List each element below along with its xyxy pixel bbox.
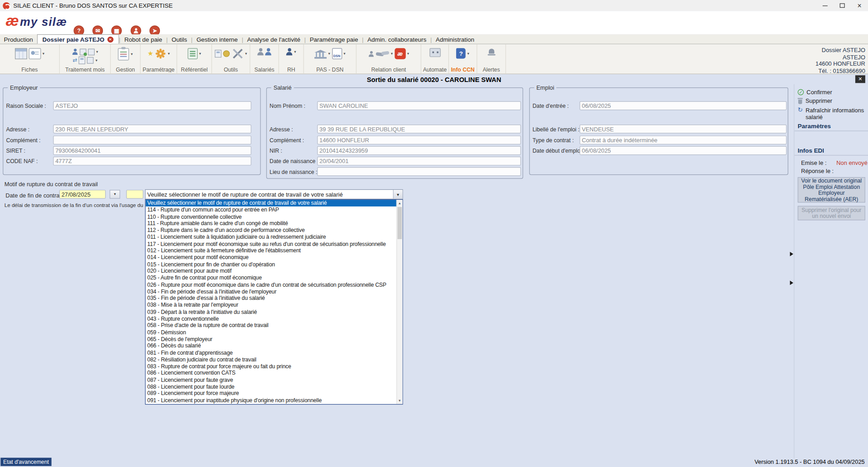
bank-icon[interactable]	[314, 49, 327, 59]
dropdown-option[interactable]: 082 - Résiliation judiciaire du contrat …	[145, 356, 396, 363]
dropdown-option[interactable]: 039 - Départ à la retraite à l'initiativ…	[145, 309, 396, 316]
transfer-icon[interactable]: ⇄	[72, 57, 77, 64]
scroll-up-icon[interactable]: ▲	[397, 200, 402, 207]
collapse-arrow[interactable]	[790, 252, 793, 256]
dropdown-option[interactable]: 087 - Licenciement pour faute grave	[145, 377, 396, 384]
maximize-button[interactable]	[834, 0, 851, 11]
dropdown-option[interactable]: 026 - Rupture pour motif économique dans…	[145, 281, 396, 288]
calculator-icon[interactable]	[79, 57, 86, 64]
chevron-down-icon[interactable]: ▾	[96, 49, 98, 54]
nom-prenom-input[interactable]: SWAN CAROLINE	[317, 101, 521, 111]
motif-combobox[interactable]: Veuillez sélectionner le motif de ruptur…	[145, 189, 403, 199]
dropdown-option[interactable]: 089 - Licenciement pour force majeure	[145, 390, 396, 397]
employer-adresse-input[interactable]: 230 RUE JEAN LEPEUDRY	[53, 125, 251, 134]
dropdown-option[interactable]: 083 - Rupture de contrat pour force maje…	[145, 363, 396, 370]
dropdown-option[interactable]: 114 - Rupture d'un commun accord pour en…	[145, 207, 396, 213]
nir-input[interactable]: 201041424323959	[317, 146, 521, 155]
minimize-button[interactable]	[816, 0, 834, 11]
document-icon[interactable]	[87, 57, 94, 64]
dropdown-option[interactable]: 038 - Mise à la retraite par l'employeur	[145, 302, 396, 309]
menu-item-production[interactable]: Production	[0, 34, 37, 44]
handshake-icon[interactable]	[376, 50, 389, 57]
tab-dossier-paie[interactable]: Dossier paie ASTEJO ×	[37, 34, 119, 44]
combobox-arrow-button[interactable]: ▼	[393, 190, 403, 199]
coins-icon[interactable]	[223, 50, 230, 57]
dropdown-option[interactable]: 066 - Décès du salarié	[145, 343, 396, 350]
dropdown-option[interactable]: 014 - Licenciement pour motif économique	[145, 254, 396, 261]
lieu-naissance-input[interactable]	[317, 167, 521, 176]
close-button[interactable]: ×	[851, 0, 868, 11]
dropdown-scrollbar[interactable]: ▲ ▼	[396, 200, 402, 404]
siret-input[interactable]: 79300684200041	[53, 146, 251, 155]
menu-item[interactable]: Administration	[432, 34, 478, 44]
dropdown-option[interactable]: 065 - Décès de l'employeur	[145, 336, 396, 343]
dropdown-option[interactable]: 117 - Licenciement pour motif économique…	[145, 241, 396, 247]
dropdown-option[interactable]: 112 - Rupture dans le cadre d'un accord …	[145, 227, 396, 234]
date-entree-input[interactable]: 06/08/2025	[579, 101, 786, 111]
infos-edi-header[interactable]: Infos EDI	[798, 147, 824, 154]
parametres-header[interactable]: Paramètres	[798, 123, 831, 130]
dropdown-option[interactable]: 011 - Licenciement suite à liquidation j…	[145, 234, 396, 241]
menu-item[interactable]: Paramétrage paie	[306, 34, 362, 44]
person-add-icon[interactable]	[72, 49, 77, 55]
dropdown-option[interactable]: 110 - Rupture conventionnelle collective	[145, 213, 396, 220]
person-icon[interactable]	[369, 51, 374, 57]
chevron-down-icon[interactable]: ▾	[245, 52, 247, 56]
dropdown-option[interactable]: 086 - Licenciement convention CATS	[145, 370, 396, 377]
chevron-down-icon[interactable]: ▾	[294, 49, 296, 54]
person-icon[interactable]	[257, 48, 263, 55]
etat-avancement-button[interactable]: Etat d'avancement	[0, 458, 51, 466]
date-fin-contrat-input[interactable]: 27/08/2025	[59, 190, 106, 199]
menu-item[interactable]: Outils	[168, 34, 191, 44]
calculator-icon[interactable]	[215, 50, 222, 58]
dsn-document-icon[interactable]: DSN	[332, 48, 342, 59]
dropdown-option[interactable]: 058 - Prise d'acte de la rupture de cont…	[145, 323, 396, 329]
scrollbar-thumb[interactable]	[397, 207, 402, 239]
delete-original-button[interactable]: Supprimer l'original pour un nouvel envo…	[798, 206, 865, 221]
libelle-emploi-input[interactable]: VENDEUSE	[579, 125, 786, 134]
chevron-down-icon[interactable]: ▾	[343, 52, 345, 56]
type-contrat-input[interactable]: Contrat à durée indéterminée	[579, 135, 786, 144]
date-debut-emploi-input[interactable]: 06/08/2025	[579, 146, 786, 155]
tools-icon[interactable]	[231, 48, 243, 59]
dropdown-option[interactable]: 015 - Licenciement pour fin de chantier …	[145, 261, 396, 268]
scroll-down-icon[interactable]: ▼	[397, 397, 402, 404]
collapse-arrow[interactable]	[790, 281, 793, 285]
validate-month-icon[interactable]	[80, 48, 87, 55]
reference-list-icon[interactable]	[188, 48, 198, 59]
dropdown-option[interactable]: 088 - Licenciement pour faute lourde	[145, 384, 396, 390]
dropdown-option[interactable]: 091 - Licenciement pour inaptitude physi…	[145, 397, 396, 404]
dropdown-option[interactable]: 020 - Licenciement pour autre motif	[145, 268, 396, 274]
book-question-icon[interactable]	[456, 48, 466, 58]
bell-icon[interactable]	[487, 48, 495, 56]
robot-icon[interactable]	[429, 48, 440, 57]
menu-item[interactable]: Analyse de l'activité	[243, 34, 304, 44]
document-icon[interactable]	[88, 48, 95, 55]
raison-sociale-input[interactable]: ASTEJO	[53, 101, 251, 111]
person-icon[interactable]	[265, 48, 271, 55]
employee-complement-input[interactable]: 14600 HONFLEUR	[317, 135, 521, 144]
date-dropdown-button[interactable]: ▾	[110, 190, 120, 199]
dropdown-option[interactable]: Veuillez sélectionner le motif de ruptur…	[145, 200, 396, 207]
mysilae-icon[interactable]	[395, 48, 405, 59]
grid-icon[interactable]	[15, 48, 27, 59]
panel-close-button[interactable]: ✕	[855, 75, 865, 83]
employee-card-icon[interactable]	[29, 48, 41, 59]
gear-icon[interactable]	[157, 50, 164, 57]
chevron-down-icon[interactable]: ▾	[96, 58, 97, 63]
menu-item[interactable]: Gestion interne	[193, 34, 241, 44]
menu-item[interactable]: Admin. collaborateurs	[364, 34, 430, 44]
secondary-date-input[interactable]	[126, 190, 144, 199]
code-naf-input[interactable]: 4777Z	[53, 157, 251, 166]
chevron-down-icon[interactable]: ▾	[131, 52, 133, 57]
date-naissance-input[interactable]: 20/04/2001	[317, 157, 521, 166]
chevron-down-icon[interactable]: ▾	[43, 52, 44, 56]
person-icon[interactable]	[286, 48, 292, 55]
view-original-document-button[interactable]: Voir le document original Pôle Emploi At…	[798, 177, 865, 202]
dropdown-option[interactable]: 043 - Rupture conventionnelle	[145, 316, 396, 323]
dropdown-option[interactable]: 035 - Fin de période d'essai à l'initiat…	[145, 295, 396, 302]
chevron-down-icon[interactable]: ▾	[407, 52, 409, 56]
dropdown-option[interactable]: 012 - Licenciement suite à fermeture déf…	[145, 247, 396, 254]
chevron-down-icon[interactable]: ▾	[328, 52, 330, 56]
employee-adresse-input[interactable]: 39 39 RUE DE LA REPUBLIQUE	[317, 125, 521, 134]
